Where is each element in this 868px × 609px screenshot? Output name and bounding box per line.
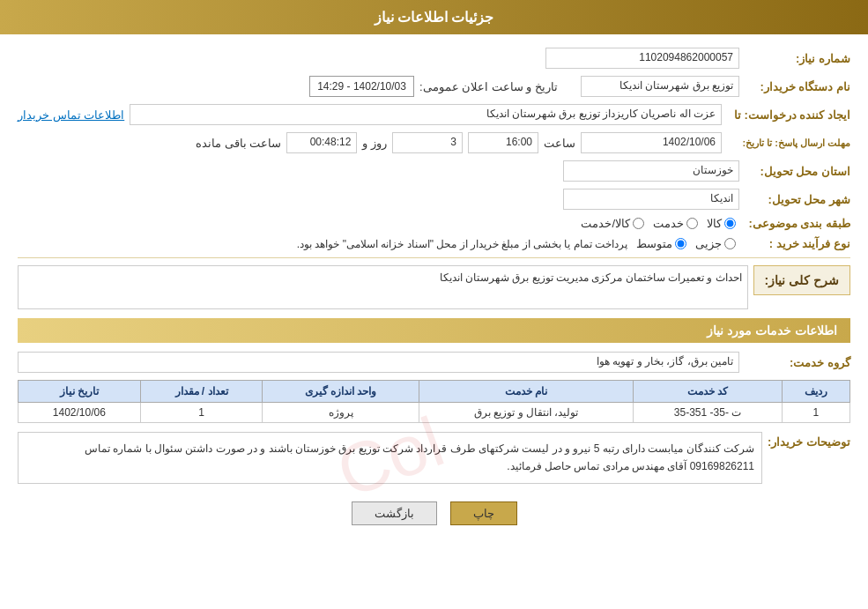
- response-date-label: مهلت ارسال پاسخ: تا تاریخ:: [727, 137, 850, 149]
- table-cell-row: 1: [782, 403, 849, 423]
- buyer-notes-text: شرکت کنندگان میابست دارای رتبه 5 نیرو و …: [26, 440, 754, 476]
- response-date-value: 1402/10/06: [581, 132, 722, 153]
- category-radio-khedmat[interactable]: [686, 218, 698, 229]
- buyer-notes-value: شرکت کنندگان میابست دارای رتبه 5 نیرو و …: [18, 432, 762, 484]
- table-row: 1ت -35- 351-35تولید، انتقال و توزیع برقپ…: [19, 403, 850, 423]
- days-value: 3: [392, 132, 463, 153]
- table-cell-unit: پروژه: [263, 403, 419, 423]
- response-time: 16:00: [468, 132, 538, 153]
- process-desc: پرداخت تمام یا بخشی از مبلغ خریدار از مح…: [18, 238, 627, 250]
- table-cell-date: 1402/10/06: [19, 403, 141, 423]
- process-jozii-label: جزیی: [695, 237, 722, 250]
- category-option-khedmat[interactable]: خدمت: [653, 217, 698, 230]
- services-table: ردیف کد خدمت نام خدمت واحد اندازه گیری ت…: [18, 380, 850, 423]
- remaining-label: ساعت باقی مانده: [196, 137, 281, 150]
- announce-date-value: 1402/10/03 - 14:29: [309, 76, 414, 97]
- category-label: طبقه بندی موضوعی:: [745, 217, 850, 230]
- col-header-qty: تعداد / مقدار: [140, 381, 263, 403]
- days-label: روز و: [362, 137, 387, 150]
- process-radio-jozii[interactable]: [724, 238, 736, 249]
- print-button[interactable]: چاپ: [450, 501, 517, 525]
- table-cell-code: ت -35- 351-35: [634, 403, 782, 423]
- buyer-org-label: نام دستگاه خریدار:: [745, 80, 850, 93]
- service-group-label: گروه خدمت:: [745, 356, 850, 369]
- category-radio-both[interactable]: [633, 218, 644, 229]
- col-header-code: کد خدمت: [634, 381, 782, 403]
- back-button[interactable]: بازگشت: [352, 501, 437, 525]
- buyer-notes-section: توضیحات خریدار: شرکت کنندگان میابست دارا…: [18, 432, 850, 493]
- category-option-kala[interactable]: کالا: [707, 217, 736, 230]
- category-row: طبقه بندی موضوعی: کالا خدمت کالا/خدمت: [18, 217, 850, 230]
- service-group-row: گروه خدمت: تامین برق، گاز، بخار و تهویه …: [18, 352, 850, 373]
- city-row: شهر محل تحویل: اندیکا: [18, 189, 850, 210]
- process-row: نوع فرآیند خرید : جزیی متوسط پرداخت تمام…: [18, 237, 850, 250]
- services-section-title: اطلاعات خدمات مورد نیاز: [18, 318, 850, 343]
- creator-row: ایجاد کننده درخواست: تا عزت اله ناصریان …: [18, 104, 850, 125]
- process-motavasset-label: متوسط: [636, 237, 672, 250]
- buyer-notes-label: توضیحات خریدار:: [768, 432, 850, 449]
- buttons-row: چاپ بازگشت: [18, 501, 850, 525]
- creator-label: ایجاد کننده درخواست: تا: [727, 108, 850, 122]
- announce-date-row: نام دستگاه خریدار: توزیع برق شهرستان اند…: [18, 76, 850, 97]
- city-label: شهر محل تحویل:: [745, 193, 850, 206]
- table-header-row: ردیف کد خدمت نام خدمت واحد اندازه گیری ت…: [19, 381, 850, 403]
- response-time-label: ساعت: [544, 137, 575, 150]
- province-row: استان محل تحویل: خوزستان: [18, 160, 850, 182]
- page-header: جزئیات اطلاعات نیاز: [0, 0, 868, 34]
- announce-date-label: تاریخ و ساعت اعلان عمومی:: [419, 80, 558, 93]
- col-header-name: نام خدمت: [419, 381, 634, 403]
- province-value: خوزستان: [563, 160, 739, 182]
- process-label: نوع فرآیند خرید :: [745, 237, 850, 250]
- contact-link[interactable]: اطلاعات تماس خریدار: [18, 108, 124, 122]
- service-group-value: تامین برق، گاز، بخار و تهویه هوا: [18, 352, 739, 373]
- col-header-date: تاریخ نیاز: [19, 381, 141, 403]
- category-kala-label: کالا: [707, 217, 722, 230]
- page-wrapper: جزئیات اطلاعات نیاز شماره نیاز: 11020948…: [0, 0, 868, 609]
- request-number-row: شماره نیاز: 1102094862000057: [18, 48, 850, 69]
- province-label: استان محل تحویل:: [745, 165, 850, 178]
- table-cell-quantity: 1: [140, 403, 263, 423]
- process-option-jozii[interactable]: جزیی: [695, 237, 736, 250]
- response-date-row: مهلت ارسال پاسخ: تا تاریخ: 1402/10/06 سا…: [18, 132, 850, 153]
- city-value: اندیکا: [563, 189, 739, 210]
- col-header-row: ردیف: [782, 381, 849, 403]
- category-option-both[interactable]: کالا/خدمت: [581, 217, 644, 230]
- page-title: جزئیات اطلاعات نیاز: [375, 10, 494, 25]
- category-both-label: کالا/خدمت: [581, 217, 630, 230]
- process-radio-motavasset[interactable]: [675, 238, 686, 249]
- description-label: شرح کلی نیاز:: [753, 265, 850, 295]
- creator-value: عزت اله ناصریان کاریزداز توزیع برق شهرست…: [130, 104, 722, 125]
- col-header-unit: واحد اندازه گیری: [263, 381, 419, 403]
- content-area: شماره نیاز: 1102094862000057 نام دستگاه …: [0, 34, 868, 552]
- buyer-org-value: توزیع برق شهرستان اندیکا: [581, 76, 739, 97]
- process-option-motavasset[interactable]: متوسط: [636, 237, 686, 250]
- request-number-label: شماره نیاز:: [745, 52, 850, 65]
- category-khedmat-label: خدمت: [653, 217, 684, 230]
- description-value: احداث و تعمیرات ساختمان مرکزی مدیریت توز…: [18, 265, 748, 309]
- remaining-value: 00:48:12: [286, 132, 357, 153]
- description-section: شرح کلی نیاز: احداث و تعمیرات ساختمان مر…: [18, 265, 850, 309]
- request-number-value: 1102094862000057: [545, 48, 739, 69]
- table-cell-name: تولید، انتقال و توزیع برق: [419, 403, 634, 423]
- category-radio-kala[interactable]: [724, 218, 736, 229]
